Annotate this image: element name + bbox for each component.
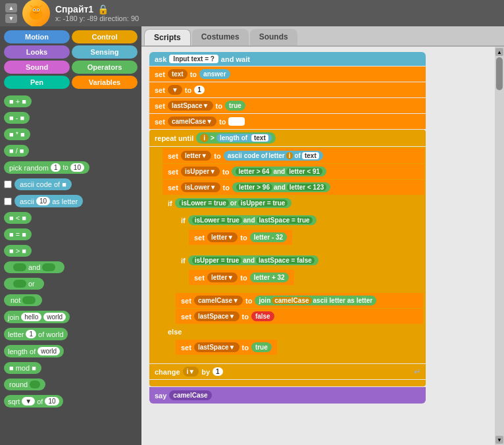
pick-random-max[interactable]: 10: [70, 163, 84, 172]
true-val-3: true: [251, 342, 272, 352]
i-ref-repeat[interactable]: i: [200, 134, 209, 142]
sqrt-dropdown[interactable]: ▼: [22, 397, 35, 406]
cat-sound[interactable]: Sound: [4, 61, 70, 74]
if-header-1[interactable]: if isLower = true or isUpper = true: [163, 196, 424, 211]
change-val[interactable]: 1: [213, 367, 223, 376]
gt-label: >: [211, 134, 214, 142]
isupper-var[interactable]: isUpper▼: [181, 167, 220, 176]
scroll-thumb[interactable]: [496, 57, 503, 90]
block-pick-random[interactable]: pick random 1 to 10: [4, 161, 89, 174]
block-length-of[interactable]: length of world: [4, 345, 64, 357]
set-lastspace-true[interactable]: set lastSpace▼ to true: [176, 340, 277, 355]
sqrt-num[interactable]: 10: [45, 397, 59, 406]
tab-scripts[interactable]: Scripts: [144, 29, 191, 45]
ascii-inline[interactable]: ascii code of letter i of text: [224, 151, 323, 161]
letter-var-2[interactable]: letter▼: [207, 232, 238, 242]
text-inline[interactable]: text: [251, 134, 268, 142]
set-islower-block[interactable]: set isLower▼ to letter > 96 and letter <…: [163, 180, 424, 195]
if-condition-3: isUpper = true and lastSpace = false: [188, 255, 318, 265]
block-mul[interactable]: ■ * ■: [4, 128, 30, 140]
else-body: set lastSpace▼ to true: [163, 338, 424, 356]
cat-pen[interactable]: Pen: [4, 76, 70, 89]
cat-looks[interactable]: Looks: [4, 45, 70, 59]
i-var-change[interactable]: i▼: [183, 367, 199, 377]
scroll-down-btn[interactable]: ▼: [495, 436, 503, 444]
nav-btn-up[interactable]: ▲: [5, 3, 17, 13]
set-text-block[interactable]: set text to answer: [149, 66, 426, 82]
text-ref-1[interactable]: text: [302, 152, 319, 159]
block-not[interactable]: not: [4, 294, 42, 306]
ascii-checkbox-1[interactable]: [4, 180, 12, 188]
islower-var[interactable]: isLower▼: [181, 182, 220, 192]
ask-text-val[interactable]: Input text = ?: [169, 55, 218, 63]
block-sub[interactable]: ■ - ■: [4, 112, 30, 124]
block-lt[interactable]: ■ < ■: [4, 212, 32, 224]
set-text-var[interactable]: text: [168, 69, 188, 79]
i-var-dropdown[interactable]: ▼: [168, 85, 182, 95]
change-i-block[interactable]: change i▼ by 1 ↵: [149, 364, 426, 379]
set-camelcase-join[interactable]: set camelCase▼ to join camelCase ascii l…: [176, 293, 423, 308]
lastspace-var-3[interactable]: lastSpace▼: [194, 342, 239, 352]
cat-variables[interactable]: Variables: [72, 76, 138, 89]
set-letter-block[interactable]: set letter▼ to ascii code of letter i of…: [163, 148, 424, 163]
block-round[interactable]: round: [4, 379, 45, 390]
camelcase-var-1[interactable]: camelCase▼: [168, 117, 216, 126]
letter-var-1[interactable]: letter▼: [181, 151, 211, 161]
set-lastspace-false[interactable]: set lastSpace▼ to false: [176, 309, 423, 324]
join-hello[interactable]: hello: [21, 313, 41, 321]
set-letter-plus32[interactable]: set letter▼ to letter + 32: [189, 270, 294, 285]
cat-motion[interactable]: Motion: [4, 30, 70, 43]
set-isupper-block[interactable]: set isUpper▼ to letter > 64 and letter <…: [163, 164, 424, 179]
answer-val[interactable]: answer: [199, 69, 230, 79]
block-letter-of[interactable]: letter 1 of world: [4, 328, 68, 340]
letter-var-3[interactable]: letter▼: [207, 273, 238, 282]
block-mod[interactable]: ■ mod ■: [4, 362, 41, 374]
lastspace-var-2[interactable]: lastSpace▼: [194, 311, 239, 321]
lastspace-var[interactable]: lastSpace▼: [168, 101, 213, 111]
block-sqrt[interactable]: sqrt ▼ of 10: [4, 395, 63, 407]
join-world[interactable]: world: [43, 313, 66, 321]
nav-btn-down[interactable]: ▼: [5, 14, 17, 23]
camelcase-var-2[interactable]: camelCase▼: [194, 296, 243, 305]
cat-control[interactable]: Control: [72, 30, 138, 43]
block-div[interactable]: ■ / ■: [4, 145, 29, 157]
block-ascii-code[interactable]: ascii code of ■: [14, 178, 72, 190]
canvas[interactable]: ask Input text = ? and wait set text to …: [141, 47, 495, 445]
block-join[interactable]: join hello world: [4, 311, 70, 323]
ask-block[interactable]: ask Input text = ? and wait: [149, 52, 426, 66]
tab-costumes[interactable]: Costumes: [192, 29, 249, 45]
i-ref-1[interactable]: i: [286, 152, 293, 159]
repeat-until-header[interactable]: repeat until i > length of text: [149, 130, 426, 146]
scrollbar[interactable]: ▲ ▼: [495, 47, 504, 445]
i-val[interactable]: 1: [194, 86, 205, 94]
set-letter-minus32[interactable]: set letter▼ to letter - 32: [189, 230, 292, 245]
scroll-up-btn[interactable]: ▲: [495, 48, 503, 56]
block-and[interactable]: and: [4, 261, 64, 273]
isupper-eq-true-1: isUpper = true: [238, 199, 288, 207]
camelcase-empty-val[interactable]: [228, 117, 244, 126]
say-camelcase-block[interactable]: say camelCase: [149, 387, 426, 404]
block-ascii-letter[interactable]: ascii 10 as letter: [14, 195, 83, 207]
block-or[interactable]: or: [4, 278, 44, 290]
true-val-1[interactable]: true: [225, 101, 245, 111]
set-i-block[interactable]: set ▼ to 1: [149, 82, 426, 97]
length-word[interactable]: world: [38, 347, 60, 355]
if-header-2[interactable]: if isLower = true and lastSpace = true: [176, 213, 423, 228]
cat-sensing[interactable]: Sensing: [72, 45, 138, 59]
set-camelcase-block[interactable]: set camelCase▼ to: [149, 114, 426, 129]
set-lastspace-block[interactable]: set lastSpace▼ to true: [149, 98, 426, 113]
block-add[interactable]: ■ + ■: [4, 95, 32, 107]
camelcase-ref[interactable]: camelCase: [272, 297, 311, 304]
ascii-checkbox-2[interactable]: [4, 197, 12, 205]
length-of-inline[interactable]: length of text: [216, 134, 272, 142]
camelcase-say-val[interactable]: camelCase: [169, 390, 211, 400]
tab-sounds[interactable]: Sounds: [250, 29, 297, 45]
block-eq[interactable]: ■ = ■: [4, 228, 32, 240]
ascii-num[interactable]: 10: [36, 197, 50, 205]
pick-random-min[interactable]: 1: [51, 163, 61, 172]
letter-num[interactable]: 1: [26, 330, 36, 338]
block-gt[interactable]: ■ > ■: [4, 245, 32, 257]
letter-plus-32-val: letter + 32: [250, 273, 289, 282]
cat-operators[interactable]: Operators: [72, 61, 138, 74]
if-header-3[interactable]: if isUpper = true and lastSpace = false: [176, 253, 423, 268]
